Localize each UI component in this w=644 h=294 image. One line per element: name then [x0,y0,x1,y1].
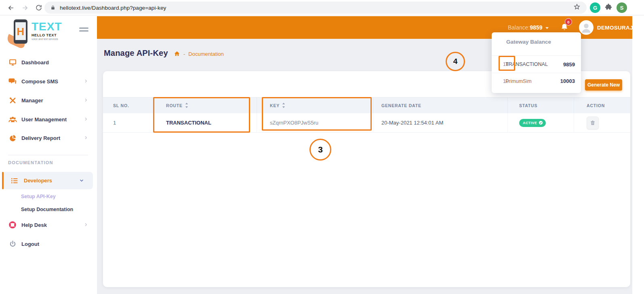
gateway-row-transactional: 18 TRANSACTIONAL 9859 [492,55,581,73]
star-icon [573,3,581,11]
chevron-right-icon [84,116,88,123]
generate-new-button[interactable]: Generate New [585,79,622,91]
puzzle-icon [604,3,612,11]
app-window: H TEXT HELLO TEXT voice and text service… [0,15,644,294]
column-header-sl-no: SL NO. [103,97,154,113]
notification-count-badge: 0 [565,18,572,25]
table-header-row: SL NO. ROUTE KEY GENERATE DATE STATUS AC… [103,97,630,113]
forward-arrow-icon [21,4,29,12]
gateway-balance-value: 9859 [563,61,575,68]
chevron-right-icon [84,78,88,85]
url-text: hellotext.live/Dashboard.php?page=api-ke… [60,5,166,11]
sidebar-item-label: Developers [24,178,52,184]
column-header-generate-date: GENERATE DATE [373,97,508,113]
refresh-icon [35,4,42,11]
power-icon [8,240,17,248]
logo-tagline: voice and text services [32,38,62,41]
sidebar-item-label: User Management [21,116,67,123]
cell-key: sZqrnPXO8PJwS5ru [257,113,373,132]
logo-text-main: TEXT [32,21,62,32]
logo-text-block: TEXT HELLO TEXT voice and text services [32,21,62,41]
balance-value: 9859 [530,24,542,31]
sidebar: H TEXT HELLO TEXT voice and text service… [0,15,97,294]
gateway-row-primumsim: 10 PrimumSim 10003 [492,73,581,89]
bookmark-star-button[interactable] [573,3,581,13]
api-key-card: Generate New SL NO. ROUTE KEY GENERATE D… [103,71,630,287]
sidebar-divider [8,155,88,155]
column-header-route[interactable]: ROUTE [154,97,257,113]
sidebar-item-label: Logout [21,241,39,247]
sidebar-item-delivery-report[interactable]: Delivery Report [0,131,97,145]
sidebar-item-label: Compose SMS [21,78,58,85]
breadcrumb-separator: - [183,51,185,57]
user-avatar[interactable] [579,20,593,35]
monitor-icon [8,59,17,66]
gateway-balance-value: 10003 [560,78,575,84]
delete-key-button[interactable] [587,116,599,129]
hello-text-logo[interactable]: H TEXT HELLO TEXT voice and text service… [6,17,90,49]
sidebar-item-manager[interactable]: Manager [0,93,97,108]
sidebar-item-setup-api-key[interactable]: Setup API-Key [21,192,56,201]
list-icon [10,177,19,185]
sort-icon [282,103,285,108]
sidebar-toggle-button[interactable] [79,27,88,33]
extensions-button[interactable] [604,3,612,13]
grammarly-letter: G [593,5,597,11]
chevron-down-icon [79,177,84,184]
gateway-name: PrimumSim [505,78,560,84]
browser-back-button[interactable] [6,3,15,13]
balance-label: Balance: [508,24,530,31]
gateway-balance-dropdown: Gateway Balance 18 TRANSACTIONAL 9859 10… [492,32,581,93]
api-key-table: SL NO. ROUTE KEY GENERATE DATE STATUS AC… [103,97,630,133]
grammarly-extension-button[interactable]: G [590,2,600,13]
cell-generate-date: 20-May-2021 12:54:01 AM [373,113,508,132]
browser-forward-button[interactable] [20,3,30,13]
sidebar-item-help-desk[interactable]: Help Desk [0,218,97,232]
column-header-status: STATUS [508,97,574,113]
lifebuoy-icon [8,221,17,229]
chevron-right-icon [84,134,88,142]
chat-bubbles-icon [8,77,17,85]
tools-icon [8,97,17,104]
username-menu[interactable]: DEMOSURAJ1 [597,16,632,39]
address-bar[interactable]: hellotext.live/Dashboard.php?page=api-ke… [44,2,587,14]
sidebar-item-label: Manager [21,97,43,104]
sidebar-item-user-management[interactable]: User Management [0,112,97,127]
gateway-id: 10 [492,78,505,84]
home-icon[interactable] [174,51,180,57]
cell-action [574,113,630,132]
cell-route: TRANSACTIONAL [154,113,257,132]
sidebar-item-dashboard[interactable]: Dashboard [0,55,97,70]
users-icon [8,115,17,124]
logo-h-letter: H [17,25,25,38]
sidebar-item-setup-documentation[interactable]: Setup Documentation [21,205,73,214]
sort-icon [185,103,188,108]
sidebar-item-label: Help Desk [21,222,47,228]
logo-company-name: HELLO TEXT [32,34,62,37]
column-header-key[interactable]: KEY [257,97,373,113]
breadcrumb: - Documentation [174,51,224,57]
sidebar-item-label: Delivery Report [21,135,60,141]
sidebar-item-logout[interactable]: Logout [0,237,97,251]
chevron-right-icon [84,221,88,228]
check-circle-icon [539,121,543,125]
trash-icon [590,120,596,126]
breadcrumb-documentation-link[interactable]: Documentation [188,51,223,57]
sidebar-item-compose-sms[interactable]: Compose SMS [0,74,97,89]
dropdown-title: Gateway Balance [506,39,551,45]
gateway-name: TRANSACTIONAL [505,61,563,67]
person-icon [579,21,593,34]
caret-down-icon [545,27,549,29]
table-row: 1 TRANSACTIONAL sZqrnPXO8PJwS5ru 20-May-… [103,113,630,133]
cell-status: ACTIVE [508,113,574,132]
browser-refresh-button[interactable] [34,3,44,13]
sidebar-item-label: Dashboard [21,59,49,66]
back-arrow-icon [7,4,15,12]
sidebar-item-developers[interactable]: Developers [2,172,93,189]
cell-sl-no: 1 [103,113,154,132]
lock-icon [50,5,56,11]
browser-profile-button[interactable]: S [617,2,627,13]
active-accent-bar [2,172,4,189]
pie-chart-icon [8,134,17,142]
browser-chrome: hellotext.live/Dashboard.php?page=api-ke… [0,0,644,15]
